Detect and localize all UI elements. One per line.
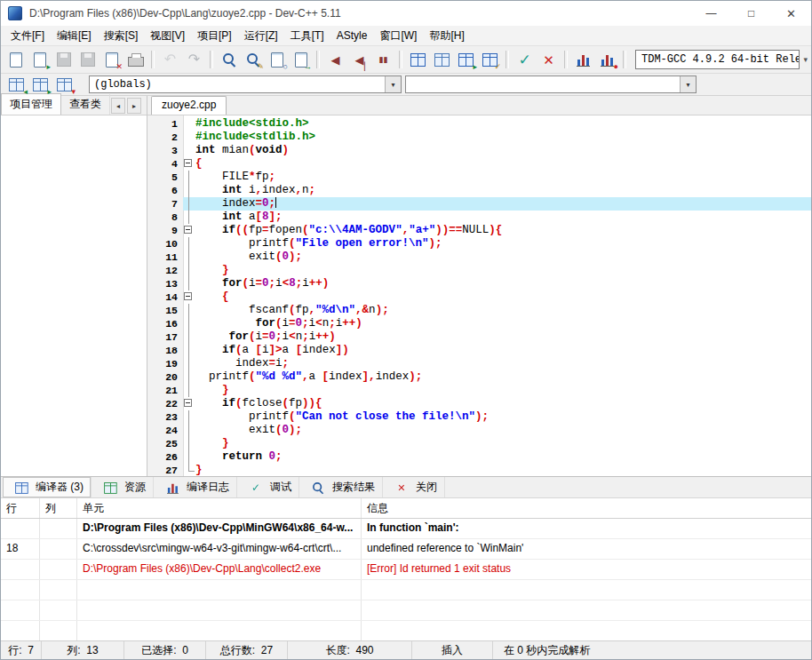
tab-debug[interactable]: ✓调试 [237,477,299,497]
globals-combo-arrow-icon[interactable]: ▾ [385,76,401,92]
tab-compile-log[interactable]: 编译日志 [154,477,237,497]
code-line-2[interactable]: 2#include<stdlib.h> [147,131,811,144]
back-icon[interactable]: ◀ [324,49,346,70]
code-line-8[interactable]: 8 int a[8]; [147,211,811,224]
undo-icon[interactable]: ↶ [159,49,181,70]
menu-help[interactable]: 帮助[H] [423,26,470,46]
code-line-15[interactable]: 15 fscanf(fp,"%d\n",&n); [147,304,811,317]
tab-scroll-left-icon[interactable]: ◂ [111,98,125,114]
code-line-11[interactable]: 11 exit(0); [147,250,811,264]
fold-collapse-marker[interactable] [183,397,195,410]
editor-tab-zuoye2[interactable]: zuoye2.cpp [151,96,227,115]
table-row-1[interactable]: D:\Program Files (x86)\Dev-Cpp\MinGW64\x… [1,519,811,539]
resources-tab-icon[interactable] [101,481,119,494]
code-line-9[interactable]: 9 if((fp=fopen("c:\\4AM-GODV","a+"))==NU… [147,224,811,237]
profile-analyze-icon[interactable]: ● [596,49,618,70]
menu-search[interactable]: 搜索[S] [98,26,145,46]
code-line-12[interactable]: 12 } [147,264,811,277]
globals-combo[interactable]: (globals) ▾ [89,76,402,93]
tab-resources[interactable]: 资源 [92,477,154,497]
code-line-3[interactable]: 3int mian(void) [147,144,811,157]
code-line-10[interactable]: 10 printf("File open error!\n"); [147,237,811,250]
search-results-tab-icon[interactable] [309,481,327,494]
column-header-1[interactable]: 列 [40,498,77,518]
code-line-16[interactable]: 16 for(i=0;i<n;i++) [147,317,811,330]
close-panel-tab-icon[interactable]: ✕ [393,481,410,494]
run-icon[interactable] [431,49,453,70]
fold-collapse-marker[interactable] [183,290,195,304]
code-line-6[interactable]: 6 int i,index,n; [147,184,811,197]
column-header-3[interactable]: 信息 [362,498,811,518]
code-line-21[interactable]: 21 } [147,384,811,397]
code-line-17[interactable]: 17 for(i=0;i<n;i++) [147,330,811,344]
bookmark-icon[interactable]: ▾ [53,74,76,95]
code-line-24[interactable]: 24 exit(0); [147,424,811,437]
code-line-13[interactable]: 13 for(i=0;i<8;i++) [147,277,811,290]
column-header-2[interactable]: 单元 [77,498,362,518]
menu-astyle[interactable]: AStyle [330,27,374,44]
code-line-20[interactable]: 20 printf("%d %d",a [index],index); [147,370,811,384]
goto-forward-icon[interactable]: ▸ [29,74,52,95]
code-line-7[interactable]: 7 index=0; [147,197,811,211]
debug-tab-icon[interactable]: ✓ [247,481,265,494]
code-line-26[interactable]: 26 return 0; [147,450,811,464]
rebuild-all-icon[interactable]: ✓ [479,49,501,70]
fold-collapse-marker[interactable] [183,224,195,237]
code-line-5[interactable]: 5 FILE*fp; [147,171,811,184]
new-source-icon[interactable] [4,49,27,70]
menu-view[interactable]: 视图[V] [144,26,191,46]
table-row-2[interactable]: 18C:\crossdev\src\mingw-w64-v3-git\mingw… [1,539,811,560]
tab-scroll-right-icon[interactable]: ▸ [127,98,141,114]
code-line-19[interactable]: 19 index=i; [147,357,811,370]
members-combo-arrow-icon[interactable]: ▾ [680,76,696,92]
save-icon[interactable] [52,49,75,70]
compiler-profile-combo[interactable]: TDM-GCC 4.9.2 64-bit Release [635,50,800,69]
code-line-1[interactable]: 1#include<stdio.h> [147,117,811,131]
menu-edit[interactable]: 编辑[E] [51,26,98,46]
table-row-empty[interactable] [1,621,811,640]
tab-project-manager[interactable]: 项目管理 [1,93,61,115]
profile-icon[interactable] [572,49,594,70]
code-line-14[interactable]: 14 { [147,290,811,304]
compiler-tab-icon[interactable] [12,481,30,494]
tab-class-view[interactable]: 查看类 [61,94,110,115]
compile-run-icon[interactable]: ▸ [455,49,477,70]
code-line-18[interactable]: 18 if(a [i]>a [index]) [147,344,811,357]
table-row-empty[interactable] [1,600,811,621]
save-all-icon[interactable] [76,49,99,70]
open-icon[interactable]: ▸ [28,49,51,70]
members-combo[interactable]: ▾ [405,76,697,93]
menu-tools[interactable]: 工具[T] [284,26,330,46]
maximize-button[interactable]: □ [731,1,771,26]
tab-close-panel[interactable]: ✕关闭 [383,477,445,497]
code-line-27[interactable]: 27} [147,464,811,476]
menu-project[interactable]: 项目[P] [191,26,238,46]
goto-back-icon[interactable]: ◂ [5,74,28,95]
code-line-23[interactable]: 23 printf("Can not close the file!\n"); [147,410,811,424]
abort-icon[interactable]: ✕ [537,49,560,70]
code-line-25[interactable]: 25 } [147,437,811,450]
minimize-button[interactable]: — [691,1,731,26]
compile-icon[interactable] [407,49,429,70]
menu-window[interactable]: 窗口[W] [373,26,423,46]
table-row-empty[interactable] [1,580,811,600]
syntax-check-icon[interactable]: ✓ [513,49,536,70]
compile-log-tab-icon[interactable] [163,481,181,494]
close-button[interactable]: ✕ [771,1,811,26]
tab-search-results[interactable]: 搜索结果 [299,477,383,497]
table-row-3[interactable]: D:\Program Files (x86)\Dev-Cpp\Lang\coll… [1,560,811,580]
menu-run[interactable]: 运行[Z] [238,26,284,46]
project-manager-body[interactable] [1,115,147,476]
replace-icon[interactable]: ✎ [242,49,264,70]
toolbar-overflow-icon[interactable]: ▾ [800,55,811,64]
goto-line-icon[interactable]: → [290,49,312,70]
menu-file[interactable]: 文件[F] [4,26,51,46]
pause-icon[interactable]: ▮▮ [372,49,394,70]
goto-first-icon[interactable]: ◀▏ [348,49,370,70]
find-icon[interactable] [218,49,240,70]
code-line-4[interactable]: 4{ [147,157,811,171]
column-header-0[interactable]: 行 [1,498,40,518]
redo-icon[interactable]: ↷ [183,49,205,70]
print-icon[interactable] [124,49,147,70]
code-line-22[interactable]: 22 if(fclose(fp)){ [147,397,811,410]
